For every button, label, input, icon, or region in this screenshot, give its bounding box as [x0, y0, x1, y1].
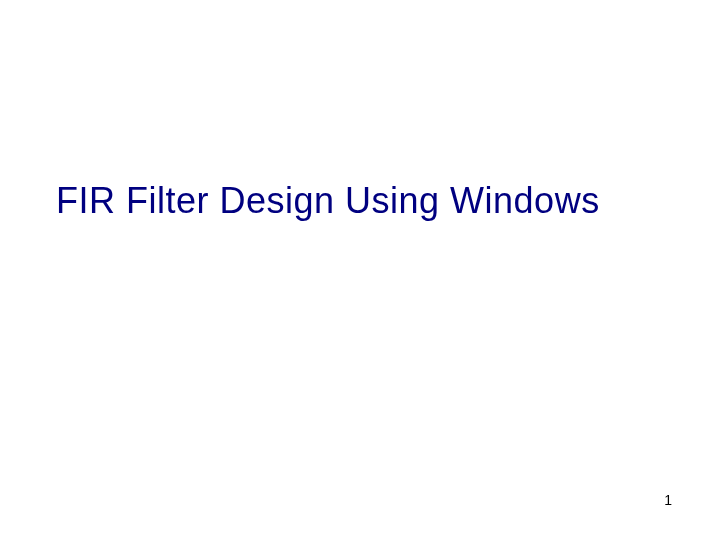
page-number: 1: [664, 492, 672, 508]
slide-title: FIR Filter Design Using Windows: [56, 180, 680, 222]
